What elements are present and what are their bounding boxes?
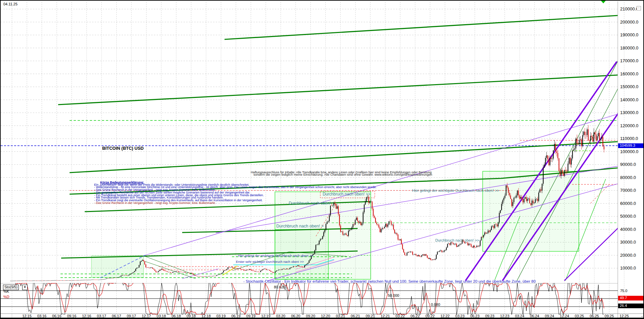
x-axis-label: 12.22 bbox=[440, 314, 450, 318]
x-axis-label: 03.22 bbox=[396, 314, 405, 318]
x-axis-label: 06.24 bbox=[530, 314, 539, 318]
y-axis-label: 200000.0 bbox=[620, 20, 638, 25]
x-axis-label: 06.25 bbox=[590, 314, 599, 318]
add-indicator-button[interactable]: + bbox=[22, 285, 28, 290]
x-axis-label: 09.24 bbox=[545, 314, 554, 318]
x-axis-label: 12.15 bbox=[22, 314, 32, 318]
x-axis-label: 06.21 bbox=[351, 314, 360, 318]
x-axis-label: 03.19 bbox=[216, 314, 226, 318]
y-axis-label: 20000.0 bbox=[620, 253, 636, 258]
y-axis-label: 60000.0 bbox=[620, 201, 636, 206]
symbol-title: BITCOIN (BTC) USD bbox=[102, 146, 144, 151]
x-axis-label: 12.20 bbox=[321, 314, 330, 318]
y-axis-label: 30000.0 bbox=[620, 240, 636, 245]
y-axis-label: 140000.0 bbox=[620, 98, 638, 102]
annotation-breakout-2017-first: Erster sehr wichtiger Durchbruch nach ob… bbox=[236, 260, 304, 263]
percent-d-label: %D bbox=[3, 295, 9, 299]
x-axis-label: 06.18 bbox=[171, 314, 181, 318]
x-axis-label: 09.18 bbox=[187, 314, 196, 318]
x-axis-label: 03.23 bbox=[455, 314, 465, 318]
disclaimer-line-2: sondern die zeigen lediglich meine Einsc… bbox=[253, 173, 432, 176]
percent-k-value-tag: 26.4 bbox=[618, 304, 644, 308]
annotation-osc-value-50: 50.000 bbox=[388, 293, 399, 297]
x-axis-label: - bbox=[641, 314, 643, 318]
percent-k-label: %K bbox=[3, 289, 9, 293]
annotation-breakout-2020: Durchbruch nach oben! > bbox=[276, 224, 324, 229]
x-axis-label: 03.25 bbox=[575, 314, 584, 318]
date-label: 04.11.25 bbox=[3, 2, 17, 6]
y-axis-label: 40000.0 bbox=[620, 227, 636, 232]
x-axis-label: 12.21 bbox=[380, 314, 390, 318]
x-axis-label: 09.23 bbox=[485, 314, 494, 318]
x-axis-label: 06.20 bbox=[291, 314, 300, 318]
y-axis-label: 10000.0 bbox=[620, 266, 636, 271]
y-axis-label: 70000.0 bbox=[620, 188, 636, 193]
legend-last-line: - Das Grüne Rechteck in der Vergangenhei… bbox=[94, 202, 376, 205]
percent-d-value-tag: 49.7 bbox=[618, 296, 644, 300]
annotation-breakout-2017-main: - Hier gelingt der wichtigste Durchbruch… bbox=[236, 254, 313, 257]
x-axis-label: 06.23 bbox=[470, 314, 480, 318]
chart-canvas[interactable] bbox=[1, 1, 644, 319]
annotation-osc-value-80: 80.620 bbox=[274, 285, 285, 289]
x-axis-label: 06.19 bbox=[231, 314, 241, 318]
chart-window: 04.11.25 BITCOIN (BTC) USD Kürze Bedeutu… bbox=[0, 0, 644, 319]
x-axis-label: 03.16 bbox=[37, 314, 47, 318]
x-axis-label: 09.20 bbox=[306, 314, 315, 318]
x-axis-label: 12.24 bbox=[560, 314, 569, 318]
x-axis-label: 12.17 bbox=[142, 314, 151, 318]
x-axis-label: 06.16 bbox=[52, 314, 62, 318]
x-axis-label: 03.20 bbox=[276, 314, 285, 318]
x-axis-label: 09.25 bbox=[605, 314, 614, 318]
collapse-panel-icon[interactable]: − bbox=[637, 6, 641, 10]
x-axis-label: 06.17 bbox=[112, 314, 121, 318]
annotation-breakout-2019: Durchbruch nach oben! bbox=[289, 201, 331, 206]
y-axis-label: 90000.0 bbox=[620, 162, 636, 167]
x-axis-label: 12.25 bbox=[619, 314, 629, 318]
x-axis-label: 12.19 bbox=[261, 314, 271, 318]
y-axis-label: 110000.0 bbox=[620, 136, 638, 141]
current-price-tag: 104599.3 bbox=[618, 143, 644, 148]
y-axis-label: 160000.0 bbox=[620, 72, 638, 76]
x-axis-label: 12.18 bbox=[201, 314, 211, 318]
y-axis-label: 170000.0 bbox=[620, 59, 638, 63]
osc-level-75-label: 75.0 bbox=[620, 289, 627, 293]
x-axis-label: 09.16 bbox=[67, 314, 77, 318]
x-axis-label: 09.21 bbox=[366, 314, 375, 318]
annotation-breakout-2024-main: Hier gelingt der wichtigste Durchbruch n… bbox=[412, 188, 499, 192]
y-axis-label: 100000.0 bbox=[620, 149, 638, 154]
x-axis-label: 06.22 bbox=[410, 314, 420, 318]
x-axis-label: 09.19 bbox=[246, 314, 256, 318]
y-axis-label: 180000.0 bbox=[620, 46, 638, 50]
annotation-breakout-2020-boxed: Durchbruch nach oben! >> bbox=[323, 192, 370, 197]
y-axis-label: 80000.0 bbox=[620, 175, 636, 180]
y-axis-label: 210000.0 bbox=[620, 7, 638, 11]
y-axis-label: 50000.0 bbox=[620, 214, 636, 219]
x-axis-label: 09.22 bbox=[426, 314, 435, 318]
annotation-breakout-2023: Durchbruch nach oben! >> bbox=[435, 238, 479, 242]
x-axis-label: 03.24 bbox=[515, 314, 524, 318]
y-axis-label: 190000.0 bbox=[620, 33, 638, 37]
y-axis-label: 120000.0 bbox=[620, 123, 638, 128]
annotation-stochastic-note: - Stochastik-Oszillator - Ein Indikator … bbox=[243, 279, 536, 284]
annotation-osc-value-0: 0.080 bbox=[431, 303, 440, 307]
x-axis-label: 12.16 bbox=[82, 314, 91, 318]
x-axis-label: 03.21 bbox=[336, 314, 345, 318]
x-axis-label: 12.23 bbox=[500, 314, 510, 318]
x-axis-label: 09.17 bbox=[127, 314, 136, 318]
y-axis-label: 150000.0 bbox=[620, 84, 638, 89]
x-axis-label: 03.17 bbox=[97, 314, 106, 318]
y-axis-label: 130000.0 bbox=[620, 110, 638, 115]
x-axis-label: 03.18 bbox=[157, 314, 166, 318]
